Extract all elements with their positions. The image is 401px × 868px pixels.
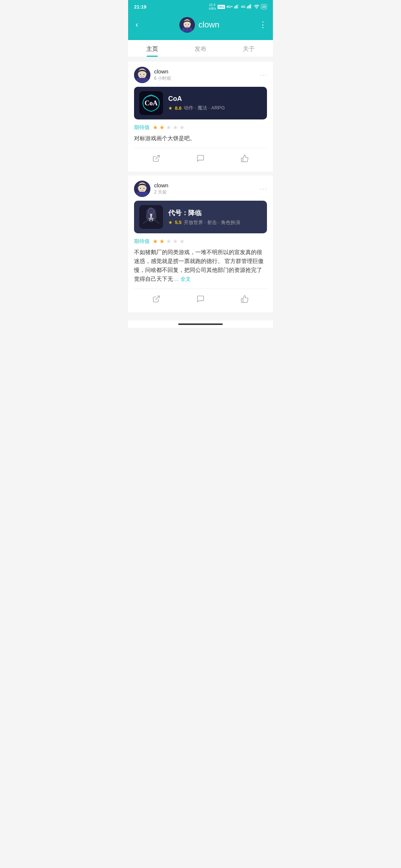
post-header-2: clown 2 天前 ⋯ [134, 181, 267, 197]
avatar [179, 17, 195, 33]
game-name: CoA [168, 95, 225, 103]
post-user: clown 6 小时前 [134, 67, 171, 83]
tabs-bar: 主页 发布 关于 [128, 40, 273, 57]
comment-button-2[interactable] [189, 293, 212, 307]
rating-row: 期待值 ★ ★ ★ ★ ★ [134, 124, 267, 131]
game-card-2[interactable]: 代号：降临 ★ 5.5 开放世界 · 射击 · 角色扮演 [134, 201, 267, 233]
game-info-2: 代号：降临 ★ 5.5 开放世界 · 射击 · 角色扮演 [168, 208, 240, 226]
status-icons: 22.5KB/s HD2 4G+ 4G 25 [209, 3, 267, 10]
game-rating: 8.6 [175, 105, 182, 111]
svg-rect-4 [247, 6, 248, 9]
post-avatar [134, 67, 150, 83]
post-time-2: 2 天前 [154, 189, 168, 195]
svg-line-36 [156, 296, 159, 300]
svg-rect-0 [234, 6, 235, 9]
tab-publish[interactable]: 发布 [176, 40, 225, 57]
header-username: clown [199, 20, 219, 30]
svg-rect-2 [237, 5, 237, 9]
post-time: 6 小时前 [154, 75, 171, 82]
svg-rect-1 [235, 6, 236, 9]
star-2: ★ [159, 124, 164, 131]
game-name-2: 代号：降临 [168, 208, 240, 217]
bottom-bar [128, 320, 273, 328]
svg-point-19 [140, 74, 141, 75]
home-indicator [178, 323, 223, 325]
post-user-info-2: clown 2 天前 [154, 182, 168, 195]
star-2-2: ★ [159, 238, 164, 245]
signal2-icon [247, 4, 252, 9]
post-user-info: clown 6 小时前 [154, 68, 171, 82]
game-rating-2: 5.5 [175, 220, 182, 225]
share-button[interactable] [145, 152, 168, 167]
action-bar-2 [134, 289, 267, 312]
svg-line-24 [156, 155, 159, 159]
like-icon [241, 154, 249, 164]
share-button-2[interactable] [145, 293, 168, 307]
wifi-icon [254, 4, 260, 9]
battery-icon: 25 [261, 4, 267, 9]
post-more-button[interactable]: ⋯ [260, 70, 267, 79]
rating-row-2: 期待值 ★ ★ ★ ★ ★ [134, 238, 267, 245]
hd2-icon: HD2 [218, 5, 225, 9]
star-4: ★ [173, 124, 178, 131]
rating-label-2: 期待值 [134, 238, 150, 245]
game-icon-2 [139, 205, 163, 229]
status-time: 21:19 [134, 4, 146, 10]
more-button[interactable]: ⋮ [259, 20, 267, 30]
post-text: 对标游戏画个大饼是吧。 [134, 134, 267, 143]
network-speed: 22.5KB/s [209, 3, 216, 10]
status-bar: 21:19 22.5KB/s HD2 4G+ 4G 25 [128, 0, 273, 13]
comment-icon [196, 154, 205, 164]
header-center: clown [179, 17, 219, 33]
rating-label: 期待值 [134, 124, 150, 131]
post-avatar-2 [134, 181, 150, 197]
star-1: ★ [153, 124, 158, 131]
svg-rect-31 [136, 192, 148, 197]
game-card[interactable]: CoA CoA ★ 8.6 动作 · 魔法 · ARPG [134, 87, 267, 119]
tab-home[interactable]: 主页 [128, 40, 176, 57]
svg-rect-3 [238, 4, 238, 9]
4g-icon: 4G [241, 5, 245, 9]
post-user-2: clown 2 天前 [134, 181, 168, 197]
star-icon-2: ★ [168, 220, 173, 225]
svg-text:CoA: CoA [145, 99, 158, 107]
star-2-4: ★ [173, 238, 178, 245]
share-icon-2 [152, 295, 160, 305]
comment-button[interactable] [189, 152, 212, 167]
post-card: clown 6 小时前 ⋯ CoA CoA ★ [128, 62, 273, 172]
post-header: clown 6 小时前 ⋯ [134, 67, 267, 83]
share-icon [152, 154, 160, 164]
svg-point-29 [140, 188, 141, 189]
svg-point-13 [188, 24, 189, 24]
star-2-5: ★ [179, 238, 185, 245]
4g-plus-icon: 4G+ [226, 5, 233, 9]
star-5: ★ [179, 124, 185, 131]
game-icon: CoA [139, 91, 163, 115]
tab-about[interactable]: 关于 [225, 40, 273, 57]
post-card-2: clown 2 天前 ⋯ [128, 175, 273, 312]
star-icon: ★ [168, 105, 173, 111]
like-button-2[interactable] [233, 293, 256, 307]
comment-icon-2 [196, 295, 205, 305]
game-tags: 动作 · 魔法 · ARPG [184, 105, 225, 111]
game-info: CoA ★ 8.6 动作 · 魔法 · ARPG [168, 95, 225, 111]
back-button[interactable]: ‹ [134, 19, 140, 31]
svg-rect-21 [136, 78, 148, 83]
post-text-2: 不如猪鹅厂的同类游戏，一堆不明所以的宣发真的很迷惑，感觉就是捞一票就跑的德行。 … [134, 248, 267, 283]
svg-rect-7 [250, 4, 251, 9]
svg-point-12 [185, 24, 186, 24]
star-3: ★ [166, 124, 171, 131]
post-more-button-2[interactable]: ⋯ [260, 184, 267, 193]
game-meta: ★ 8.6 动作 · 魔法 · ARPG [168, 105, 225, 111]
post-username: clown [154, 68, 171, 75]
svg-rect-6 [249, 5, 250, 9]
svg-rect-5 [248, 6, 249, 9]
like-button[interactable] [233, 152, 256, 167]
svg-point-30 [143, 188, 144, 189]
signal-icon [234, 4, 239, 9]
read-more-link[interactable]: ... 全文 [175, 276, 191, 282]
game-tags-2: 开放世界 · 射击 · 角色扮演 [184, 219, 240, 226]
content-area: clown 6 小时前 ⋯ CoA CoA ★ [128, 57, 273, 320]
like-icon-2 [241, 295, 249, 305]
action-bar [134, 148, 267, 172]
